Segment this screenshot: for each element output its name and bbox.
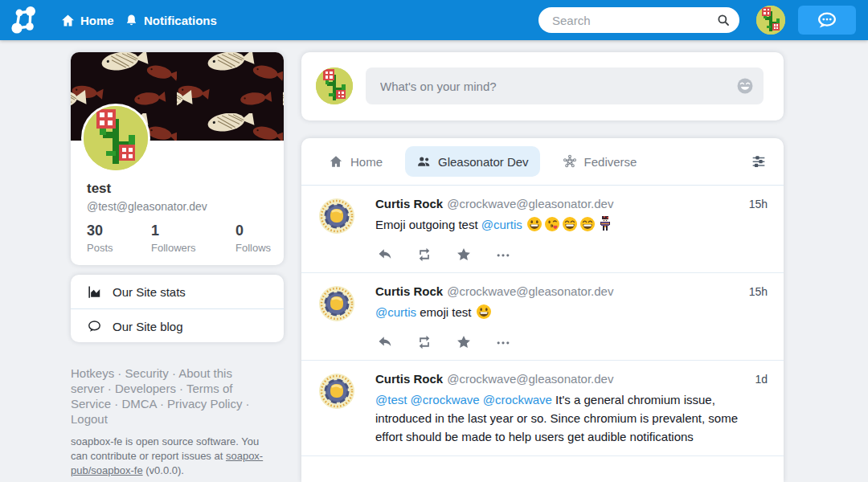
post: Curtis Rock @crockwave@gleasonator.dev 1… [301,273,784,361]
nav-home-label: Home [80,14,114,27]
tab-label: Fediverse [584,155,637,169]
nav-home-link[interactable]: Home [61,0,114,40]
post: Curtis Rock @crockwave@gleasonator.dev 1… [301,361,784,456]
post-content: @test @crockwave @crockwave It's a gener… [375,390,768,446]
post-handle: @crockwave@gleasonator.dev [447,284,613,298]
menu-item-label: Our Site stats [113,285,186,299]
post-author[interactable]: Curtis Rock [375,197,443,210]
composer-field [366,67,764,104]
repost-button[interactable] [416,334,432,350]
tab-label: Home [350,155,383,169]
search-icon[interactable] [716,13,731,27]
post-actions [377,247,768,263]
stat-value: 30 [87,223,151,239]
footer-about-version: (v0.0.0). [143,464,184,476]
composer-card [301,52,784,120]
menu-item[interactable]: Our Site stats [71,275,284,308]
kissing-heart-emoji [544,216,560,232]
post-author[interactable]: Curtis Rock [375,372,443,386]
post-handle: @crockwave@gleasonator.dev [447,372,613,386]
mention-link[interactable]: @curtis [375,305,416,319]
profile-handle: @test@gleasonator.dev [87,200,207,213]
site-menu-card: Our Site stats Our Site blog [71,275,284,342]
footer-link[interactable]: Hotkeys [71,366,114,380]
app-logo-icon[interactable] [8,4,40,36]
more-button[interactable] [495,334,511,350]
post-timestamp[interactable]: 15h [749,285,768,298]
post-avatar[interactable] [317,372,356,411]
mention-link[interactable]: @crockwave [483,393,552,406]
site-blog-icon [71,319,102,334]
bell-icon [125,14,138,27]
timeline-posts: Curtis Rock @crockwave@gleasonator.dev 1… [301,186,784,456]
menu-item[interactable]: Our Site blog [71,308,284,343]
composer-avatar[interactable] [316,67,353,104]
timeline-tabbar: Home Gleasonator Dev Fediverse [301,138,784,186]
nav-notifications-link[interactable]: Notifications [125,0,217,40]
timeline-settings-icon[interactable] [750,153,768,170]
footer-about: soapbox-fe is open source software. You … [71,435,275,478]
repost-button[interactable] [416,247,432,263]
custom-sprite-emoji [597,216,613,232]
beaming-face-emoji [562,216,578,232]
post-handle: @crockwave@gleasonator.dev [447,197,613,210]
more-button[interactable] [495,247,511,263]
emoji-picker-button[interactable] [736,77,754,95]
search-input[interactable] [551,13,716,28]
profile-card: test @test@gleasonator.dev 30 Posts 1 Fo… [71,52,284,265]
post-author[interactable]: Curtis Rock [375,284,443,298]
profile-stats: 30 Posts 1 Followers 0 Follows [87,223,284,254]
post-avatar[interactable] [317,197,356,235]
stat-label: Follows [235,242,284,254]
profile-stat[interactable]: 1 Followers [151,223,235,254]
post-content: Emoji outgoing test @curtis [375,215,768,234]
post-timestamp[interactable]: 15h [749,198,768,210]
beaming-face-emoji [579,216,596,232]
favourite-button[interactable] [456,334,472,350]
stat-value: 1 [151,223,235,239]
footer-link[interactable]: Security [125,366,169,380]
profile-stat[interactable]: 0 Follows [235,223,284,254]
fediverse-icon [563,154,577,169]
timeline-tab[interactable]: Fediverse [551,146,649,177]
app: Home Notifications [0,0,868,482]
chat-icon [815,11,839,30]
chat-button[interactable] [798,6,856,35]
mention-link[interactable]: @test [375,393,407,406]
timeline-tab[interactable]: Gleasonator Dev [405,146,540,177]
top-navbar: Home Notifications [0,0,868,40]
stat-value: 0 [235,223,284,239]
footer-link[interactable]: Logout [71,412,108,426]
profile-stat[interactable]: 30 Posts [87,223,151,254]
users-icon [416,154,431,169]
home-tab-icon [329,154,343,169]
profile-avatar[interactable] [81,104,150,173]
menu-item-label: Our Site blog [113,320,183,333]
footer-link[interactable]: Developers [115,382,176,395]
grinning-face-emoji [476,304,492,320]
reply-button[interactable] [377,334,393,350]
search-bar [538,7,739,33]
mention-link[interactable]: @curtis [481,218,522,231]
mention-link[interactable]: @crockwave [411,393,480,406]
grinning-face-emoji [526,216,542,232]
favourite-button[interactable] [456,247,472,263]
nav-user-avatar[interactable] [756,6,785,35]
post: Curtis Rock @crockwave@gleasonator.dev 1… [301,186,784,273]
reply-button[interactable] [377,247,393,263]
tab-label: Gleasonator Dev [438,155,529,169]
footer-link[interactable]: DMCA [121,397,156,411]
stat-label: Followers [151,242,235,254]
timeline-card: Home Gleasonator Dev Fediverse Curtis Ro… [301,138,784,482]
timeline-tab[interactable]: Home [317,146,394,177]
post-actions [377,334,768,350]
post-timestamp[interactable]: 1d [755,373,768,386]
profile-display-name: test [87,181,111,197]
nav-notifications-label: Notifications [144,14,217,27]
site-stats-icon [71,284,102,300]
footer-link[interactable]: Privacy Policy [167,397,242,411]
home-icon [61,14,75,27]
post-content: @curtis emoji test [375,303,768,321]
composer-input[interactable] [379,79,736,94]
post-avatar[interactable] [317,284,356,323]
